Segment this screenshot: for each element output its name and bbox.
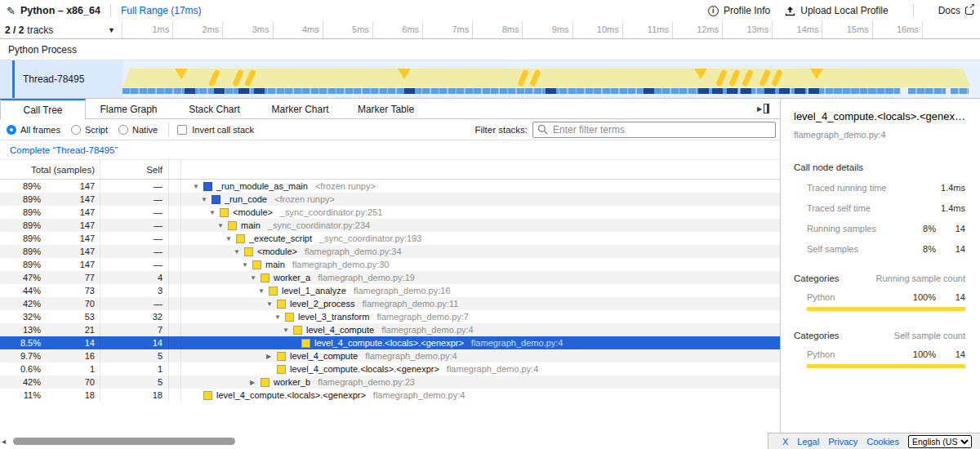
cpu-usage-band (122, 69, 971, 87)
footer-link-x[interactable]: X (782, 437, 788, 447)
sample-segment (951, 88, 969, 94)
tracks-selector[interactable]: 2 / 2 tracks ▼ (0, 21, 122, 38)
collapse-icon[interactable]: ▼ (250, 274, 261, 282)
collapse-icon[interactable]: ▼ (234, 248, 244, 256)
expand-icon[interactable]: ▶ (266, 353, 277, 360)
full-range-link[interactable]: Full Range (17ms) (121, 5, 202, 16)
collapse-icon[interactable]: ▼ (274, 313, 285, 321)
collapse-icon[interactable]: ▼ (209, 209, 220, 216)
table-row[interactable]: 89%147—▼_run_module_as_main<frozen runpy… (0, 180, 780, 193)
collapse-icon[interactable]: ▼ (217, 222, 228, 229)
expand-icon[interactable]: ▶ (250, 379, 261, 386)
collapse-icon[interactable]: ▼ (258, 287, 269, 295)
cell-cpct: 32% (0, 310, 41, 323)
table-row[interactable]: 8.5%1414level_4_compute.<locals>.<genexp… (0, 336, 780, 349)
table-row[interactable]: 42%705▶worker_bflamegraph_demo.py:23 (0, 376, 780, 389)
category-row: Python100%14 (794, 349, 965, 359)
cell-csamp: 147 (41, 232, 100, 245)
chevron-down-icon[interactable]: ▼ (108, 26, 115, 34)
ruler-tick-label: 10ms (597, 24, 619, 34)
category-count: 14 (936, 292, 965, 302)
table-row[interactable]: 11%1818level_4_compute.<locals>.<genexpr… (0, 389, 780, 402)
collapse-icon[interactable]: ▼ (193, 183, 203, 190)
upload-profile-button[interactable]: Upload Local Profile (785, 5, 888, 16)
cell-cpct: 89% (0, 245, 41, 258)
profile-info-button[interactable]: i Profile Info (708, 5, 770, 16)
table-row[interactable]: 89%147—▼_execute_script_sync_coordinator… (0, 232, 780, 245)
tab-flame-graph[interactable]: Flame Graph (86, 99, 172, 119)
footer-link-privacy[interactable]: Privacy (828, 437, 858, 447)
tab-marker-table[interactable]: Marker Table (343, 99, 429, 119)
footer: ◂ XLegalPrivacyCookies English (US) (0, 433, 980, 449)
collapse-icon[interactable]: ▼ (242, 261, 252, 269)
sample-segment-dark (727, 88, 737, 94)
invert-checkbox[interactable] (177, 125, 187, 135)
category-percent: 100% (902, 349, 936, 359)
radio-script[interactable]: Script (71, 125, 108, 135)
collapse-icon[interactable]: ▼ (201, 196, 212, 203)
column-header-self[interactable]: Self (100, 160, 169, 180)
category-name: Python (794, 292, 902, 302)
profile-name[interactable]: Python – x86_64 (20, 5, 100, 16)
function-name: level_2_process (290, 299, 355, 309)
cell-cpct: 9.7% (0, 349, 41, 362)
table-row[interactable]: 0.6%11level_4_compute.<locals>.<genexpr>… (0, 362, 780, 376)
tab-marker-chart[interactable]: Marker Chart (257, 99, 343, 119)
column-header-spacer (169, 160, 181, 180)
thread-activity-graph[interactable] (122, 60, 980, 98)
collapse-icon[interactable]: ▼ (283, 327, 293, 334)
category-row: Python100%14 (794, 292, 965, 302)
footer-link-cookies[interactable]: Cookies (866, 437, 899, 447)
ruler-tick: 3ms (273, 21, 274, 38)
table-row[interactable]: 89%147—▼<module>flamegraph_demo.py:34 (0, 245, 780, 258)
horizontal-scrollbar-thumb[interactable] (13, 438, 235, 445)
cell-csamp: 147 (41, 193, 100, 206)
cell-csamp: 147 (41, 258, 100, 271)
sidebar-details: Traced running time1.4msTraced self time… (794, 183, 965, 254)
cell-spacer (169, 376, 181, 389)
radio-label: All frames (20, 125, 60, 135)
ruler-tick: 1ms (172, 21, 173, 38)
thread-label-cell[interactable]: Thread-78495 (0, 60, 122, 98)
thread-track-row[interactable]: Thread-78495 (0, 60, 980, 99)
tab-stack-chart[interactable]: Stack Chart (172, 99, 257, 119)
table-row[interactable]: 13%217▼level_4_computeflamegraph_demo.py… (0, 323, 780, 336)
process-label: Python Process (8, 44, 77, 56)
table-row[interactable]: 89%147—▼mainflamegraph_demo.py:30 (0, 258, 780, 271)
scroll-left-arrow-icon[interactable]: ◂ (2, 437, 6, 446)
table-row[interactable]: 32%5332▼level_3_transformflamegraph_demo… (0, 310, 780, 323)
pencil-icon[interactable]: ✎ (7, 5, 16, 17)
marker-slash (517, 69, 529, 87)
column-header-total[interactable]: Total (samples) (0, 160, 100, 180)
table-row[interactable]: 9.7%165▶level_4_computeflamegraph_demo.p… (0, 349, 780, 362)
radio-all-frames[interactable]: All frames (7, 125, 60, 135)
docs-button[interactable]: Docs (938, 5, 973, 16)
invert-call-stack-toggle[interactable]: Invert call stack (177, 125, 254, 135)
tree-cell: ▼level_4_computeflamegraph_demo.py:4 (185, 323, 780, 336)
table-row[interactable]: 89%147—▼<module>_sync_coordinator.py:251 (0, 206, 780, 219)
tab-call-tree[interactable]: Call Tree (0, 99, 86, 120)
table-row[interactable]: 89%147—▼_run_code<frozen runpy> (0, 193, 780, 206)
filter-input[interactable] (532, 122, 776, 138)
marker-slash (771, 69, 783, 87)
process-track-row[interactable]: Python Process (0, 39, 980, 60)
table-row[interactable]: 89%147—▼main_sync_coordinator.py:234 (0, 219, 780, 232)
collapse-icon[interactable]: ▼ (266, 300, 277, 308)
language-select[interactable]: English (US) (908, 435, 972, 448)
profile-info-label: Profile Info (724, 5, 770, 16)
sidebar-toggle-icon[interactable]: ▶ (757, 103, 772, 114)
cell-spacer (169, 389, 181, 402)
marker-slash (715, 69, 728, 87)
table-row[interactable]: 44%733▼level_1_analyzeflamegraph_demo.py… (0, 284, 780, 297)
category-square-blue (203, 182, 212, 191)
collapse-icon[interactable]: ▼ (225, 235, 236, 242)
breadcrumb-complete-thread[interactable]: Complete “Thread-78495” (10, 145, 118, 155)
footer-link-legal[interactable]: Legal (797, 437, 819, 447)
titlebar: ✎ Python – x86_64 Full Range (17ms) i Pr… (0, 0, 980, 21)
detail-value: 1.4ms (936, 183, 965, 193)
ruler-tick-label: 15ms (847, 24, 869, 34)
table-row[interactable]: 42%70—▼level_2_processflamegraph_demo.py… (0, 297, 780, 310)
radio-native[interactable]: Native (118, 125, 158, 135)
table-row[interactable]: 47%774▼worker_aflamegraph_demo.py:19 (0, 271, 780, 284)
sidebar-detail-row: Traced running time1.4ms (794, 183, 965, 193)
